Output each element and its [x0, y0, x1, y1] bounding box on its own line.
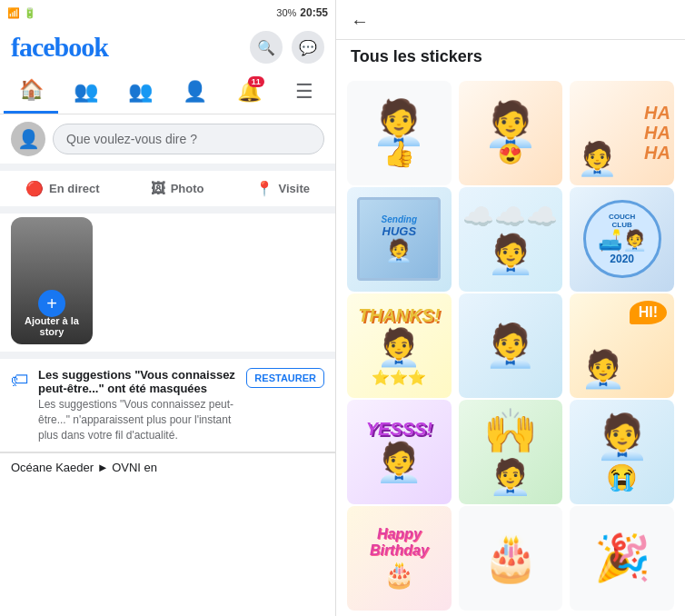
- tab-home[interactable]: 🏠: [4, 69, 58, 114]
- visit-label: Visite: [279, 182, 310, 195]
- hugs-text: HUGS: [382, 224, 417, 238]
- post-preview: Océane Kaeder ► OVNI en: [0, 452, 335, 482]
- back-button[interactable]: ←: [351, 11, 369, 32]
- sending-text: Sending: [382, 214, 417, 224]
- couch-year: 2020: [610, 253, 634, 265]
- sticker-yesss[interactable]: YESSS! 🧑‍💼: [347, 400, 452, 504]
- story-label: Ajouter à la story: [11, 315, 93, 337]
- status-time: 20:55: [300, 6, 328, 19]
- photo-button[interactable]: 🖼 Photo: [140, 175, 215, 203]
- visit-button[interactable]: 📍 Visite: [244, 174, 321, 203]
- right-panel: ← Tous les stickers 🧑‍💼👍 🧑‍💼😍 HAHAHA 🧑‍💼: [336, 0, 685, 616]
- post-composer: 👤 Que voulez-vous dire ?: [0, 114, 335, 171]
- nav-tabs: 🏠 👥 👥 👤 🔔 11 ☰: [0, 69, 335, 114]
- sticker-hugs[interactable]: Sending HUGS 🧑‍💼: [347, 187, 452, 292]
- notification-text: Les suggestions "Vous connaissez peut-êt…: [38, 397, 237, 442]
- stories-section: + Ajouter à la story: [0, 214, 335, 359]
- tab-menu[interactable]: ☰: [277, 71, 332, 113]
- right-panel-title-area: Tous les stickers: [336, 40, 685, 70]
- sticker-wave[interactable]: 🧑‍💼: [459, 293, 563, 398]
- photo-icon: 🖼: [151, 181, 165, 197]
- user-avatar: 👤: [11, 122, 45, 156]
- couch-badge: COUCHCLUB 🛋️🧑‍💼 2020: [583, 200, 661, 278]
- battery-level: 30%: [276, 7, 296, 18]
- sticker-hearteyes[interactable]: 🧑‍💼😍: [459, 81, 563, 185]
- hugs-stamp: Sending HUGS 🧑‍💼: [357, 197, 441, 281]
- tab-friends[interactable]: 👥: [58, 71, 113, 113]
- stickers-title: Tous les stickers: [351, 47, 482, 65]
- sticker-birthday[interactable]: HappyBirthday 🎂: [347, 506, 452, 611]
- notification-title: Les suggestions "Vous connaissez peut-êt…: [38, 368, 237, 395]
- restore-button[interactable]: RESTAURER: [246, 368, 324, 388]
- status-icon: 📶: [7, 7, 20, 19]
- tab-profile[interactable]: 👤: [168, 71, 223, 113]
- messenger-button[interactable]: 💬: [292, 31, 324, 64]
- stickers-grid: 🧑‍💼👍 🧑‍💼😍 HAHAHA 🧑‍💼 Sending HUGS 🧑‍💼: [336, 70, 685, 616]
- birthday-text: HappyBirthday: [370, 526, 429, 558]
- fb-logo: facebook: [11, 32, 108, 63]
- photo-label: Photo: [171, 182, 204, 195]
- couch-club-text: COUCHCLUB: [609, 213, 635, 229]
- sticker-thanks[interactable]: THANKS! 🧑‍💼 ⭐⭐⭐: [347, 293, 452, 398]
- hi-bubble: HI!: [630, 301, 667, 324]
- status-bar-left: 📶 🔋: [7, 7, 36, 19]
- thanks-text: THANKS!: [358, 305, 440, 326]
- live-icon: 🔴: [25, 180, 44, 197]
- notification-content: Les suggestions "Vous connaissez peut-êt…: [38, 368, 237, 442]
- sticker-haha[interactable]: HAHAHA 🧑‍💼: [570, 81, 674, 185]
- composer-input[interactable]: Que voulez-vous dire ?: [53, 124, 324, 154]
- sticker-thumbsup[interactable]: 🧑‍💼👍: [347, 81, 452, 185]
- notification-badge: 11: [248, 76, 264, 87]
- add-story-card[interactable]: + Ajouter à la story: [11, 217, 93, 344]
- tab-groups[interactable]: 👥: [113, 71, 167, 113]
- header-icons: 🔍 💬: [250, 31, 324, 64]
- left-panel: 📶 🔋 30% 20:55 facebook 🔍 💬 🏠 👥 👥 👤 🔔 11 …: [0, 0, 336, 616]
- action-buttons: 🔴 En direct 🖼 Photo 📍 Visite: [0, 171, 335, 214]
- tab-notifications[interactable]: 🔔 11: [223, 71, 277, 113]
- notification-icon: 🏷: [11, 370, 29, 391]
- sticker-extra1[interactable]: 🎂: [459, 506, 563, 611]
- sticker-crying[interactable]: 🧑‍💼😭: [570, 400, 674, 504]
- right-panel-header: ←: [336, 0, 685, 40]
- sticker-raise[interactable]: 🙌 🧑‍💼: [459, 400, 563, 504]
- add-story-button[interactable]: +: [38, 290, 65, 317]
- notification-banner: 🏷 Les suggestions "Vous connaissez peut-…: [0, 359, 335, 452]
- visit-icon: 📍: [255, 180, 273, 197]
- status-bar-right: 30% 20:55: [276, 6, 328, 19]
- sticker-couch[interactable]: COUCHCLUB 🛋️🧑‍💼 2020: [570, 187, 674, 292]
- search-button[interactable]: 🔍: [250, 31, 283, 64]
- status-bar: 📶 🔋 30% 20:55: [0, 0, 335, 25]
- live-button[interactable]: 🔴 En direct: [15, 174, 111, 203]
- signal-icon: 🔋: [24, 7, 36, 19]
- fb-header: facebook 🔍 💬: [0, 25, 335, 69]
- sticker-clouds[interactable]: ☁️☁️☁️ 🧑‍💼: [459, 187, 563, 292]
- sticker-hi[interactable]: HI! 🧑‍💼: [570, 293, 674, 398]
- yesss-text: YESSS!: [366, 419, 432, 440]
- live-label: En direct: [49, 182, 100, 195]
- post-preview-text: Océane Kaeder ► OVNI en: [11, 461, 157, 474]
- sticker-extra2[interactable]: 🎉: [570, 506, 674, 611]
